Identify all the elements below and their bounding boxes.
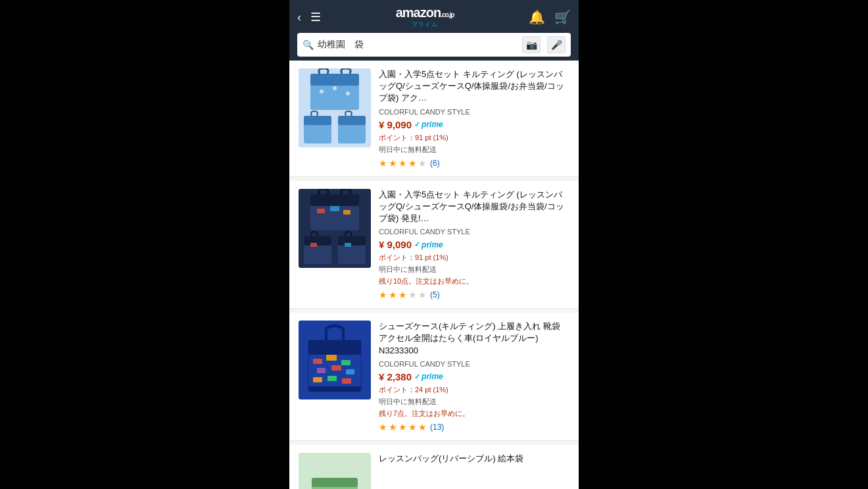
phone-frame: ‹ ☰ amazon.co.jp プライム 🔔 🛒 🔍 幼稚園 袋 📷 🎤 [289, 0, 579, 489]
svg-point-5 [346, 91, 350, 95]
star-4: ★ [408, 158, 417, 168]
points-3: ポイント：24 pt (1%) [379, 385, 569, 395]
stock-warning-2: 残り10点。注文はお早めに。 [379, 276, 569, 286]
star-3-5: ★ [418, 422, 427, 432]
svg-rect-12 [310, 194, 359, 206]
stars-2: ★ ★ ★ ★ ★ (5) [379, 290, 569, 300]
svg-rect-7 [304, 116, 331, 125]
product-item-1[interactable]: 入園・入学5点セット キルティング (レッスンバッグQ/シューズケースQ/体操服… [289, 61, 579, 177]
star-3-1: ★ [379, 422, 387, 432]
star-3: ★ [398, 158, 407, 168]
svg-rect-34 [308, 386, 361, 392]
svg-rect-31 [313, 377, 322, 382]
brand-name-2: COLORFUL CANDY STYLE [379, 228, 569, 236]
svg-point-4 [333, 86, 337, 90]
price-row-2: ¥ 9,090 ✓ prime [379, 239, 569, 250]
brand-name-3: COLORFUL CANDY STYLE [379, 360, 569, 368]
product-info-1: 入園・入学5点セット キルティング (レッスンバッグQ/シューズケースQ/体操服… [379, 68, 569, 168]
star-3-4: ★ [408, 422, 417, 432]
back-button[interactable]: ‹ [297, 11, 301, 24]
amazon-logo-text: amazon.co.jp [396, 5, 454, 20]
search-icon: 🔍 [302, 39, 314, 50]
product-image-1 [299, 68, 371, 147]
star-3-3: ★ [398, 422, 407, 432]
search-input[interactable]: 幼稚園 袋 [318, 39, 518, 51]
product-svg-2 [299, 189, 371, 268]
product-item-3[interactable]: シューズケース(キルティング) 上履き入れ 靴袋 アクセル全開はたらく車(ロイヤ… [289, 313, 579, 441]
svg-rect-9 [338, 116, 366, 125]
svg-rect-13 [317, 209, 325, 213]
star-2-2: ★ [389, 290, 397, 300]
product-title-1: 入園・入学5点セット キルティング (レッスンバッグQ/シューズケースQ/体操服… [379, 68, 569, 105]
star-2-4: ★ [408, 290, 417, 300]
product-image-3 [299, 321, 371, 399]
star-2-1: ★ [379, 290, 387, 300]
svg-rect-20 [310, 243, 317, 247]
svg-rect-15 [343, 210, 350, 215]
svg-rect-25 [313, 359, 322, 364]
review-count-1: (6) [430, 159, 440, 168]
stock-warning-3: 残り7点。注文はお早めに。 [379, 409, 569, 419]
delivery-1: 明日中に無料配送 [379, 145, 569, 155]
product-svg-3 [299, 321, 371, 399]
bell-icon[interactable]: 🔔 [529, 9, 545, 25]
star-5: ★ [418, 158, 427, 168]
product-title-3: シューズケース(キルティング) 上履き入れ 靴袋 アクセル全開はたらく車(ロイヤ… [379, 321, 569, 357]
star-3-2: ★ [389, 422, 397, 432]
product-info-2: 入園・入学5点セット キルティング (レッスンバッグQ/シューズケースQ/体操服… [379, 189, 569, 301]
product-item-4[interactable]: レッスンバッグ(リバーシブル) 絵本袋 [289, 445, 579, 489]
svg-rect-26 [326, 355, 337, 361]
review-count-3: (13) [430, 423, 444, 432]
svg-rect-14 [330, 206, 339, 211]
svg-rect-28 [317, 368, 326, 373]
cart-icon[interactable]: 🛒 [554, 9, 571, 25]
svg-rect-37 [312, 478, 358, 487]
product-image-2 [299, 189, 371, 268]
header: ‹ ☰ amazon.co.jp プライム 🔔 🛒 🔍 幼稚園 袋 📷 🎤 [289, 0, 579, 61]
svg-rect-24 [308, 340, 361, 355]
star-2-5: ★ [418, 290, 427, 300]
svg-rect-30 [346, 369, 354, 374]
prime-badge-1: ✓ prime [414, 120, 443, 129]
points-1: ポイント：91 pt (1%) [379, 133, 569, 143]
product-image-4 [299, 453, 371, 489]
stars-1: ★ ★ ★ ★ ★ (6) [379, 158, 569, 168]
star-1: ★ [379, 158, 387, 168]
product-info-3: シューズケース(キルティング) 上履き入れ 靴袋 アクセル全開はたらく車(ロイヤ… [379, 321, 569, 432]
svg-rect-29 [331, 365, 341, 371]
svg-point-3 [320, 90, 324, 93]
svg-rect-19 [338, 236, 366, 245]
delivery-3: 明日中に無料配送 [379, 397, 569, 407]
search-bar[interactable]: 🔍 幼稚園 袋 📷 🎤 [297, 33, 571, 57]
brand-name-1: COLORFUL CANDY STYLE [379, 108, 569, 116]
delivery-2: 明日中に無料配送 [379, 265, 569, 274]
svg-rect-32 [327, 376, 337, 381]
price-2: ¥ 9,090 [379, 239, 412, 250]
price-row-1: ¥ 9,090 ✓ prime [379, 119, 569, 130]
price-row-3: ¥ 2,380 ✓ prime [379, 371, 569, 382]
price-1: ¥ 9,090 [379, 119, 412, 130]
star-2-3: ★ [398, 290, 407, 300]
stars-3: ★ ★ ★ ★ ★ (13) [379, 422, 569, 432]
product-title-4: レッスンバッグ(リバーシブル) 絵本袋 [379, 453, 569, 465]
prime-badge-3: ✓ prime [414, 372, 443, 381]
camera-button[interactable]: 📷 [522, 36, 541, 53]
star-2: ★ [389, 158, 397, 168]
product-info-4: レッスンバッグ(リバーシブル) 絵本袋 [379, 453, 569, 489]
review-count-2: (5) [430, 290, 440, 299]
product-item-2[interactable]: 入園・入学5点セット キルティング (レッスンバッグQ/シューズケースQ/体操服… [289, 181, 579, 309]
product-svg-1 [299, 68, 371, 147]
product-title-2: 入園・入学5点セット キルティング (レッスンバッグQ/シューズケースQ/体操服… [379, 189, 569, 225]
results-list: 入園・入学5点セット キルティング (レッスンバッグQ/シューズケースQ/体操服… [289, 61, 579, 489]
price-3: ¥ 2,380 [379, 371, 412, 382]
prime-label: プライム [412, 20, 438, 29]
mic-button[interactable]: 🎤 [547, 36, 566, 53]
points-2: ポイント：91 pt (1%) [379, 253, 569, 263]
svg-rect-17 [304, 236, 331, 245]
svg-rect-27 [341, 360, 350, 365]
svg-rect-21 [345, 243, 351, 247]
svg-rect-2 [310, 74, 359, 86]
amazon-logo: amazon.co.jp プライム [396, 5, 454, 29]
prime-badge-2: ✓ prime [414, 240, 443, 249]
menu-button[interactable]: ☰ [310, 10, 321, 24]
